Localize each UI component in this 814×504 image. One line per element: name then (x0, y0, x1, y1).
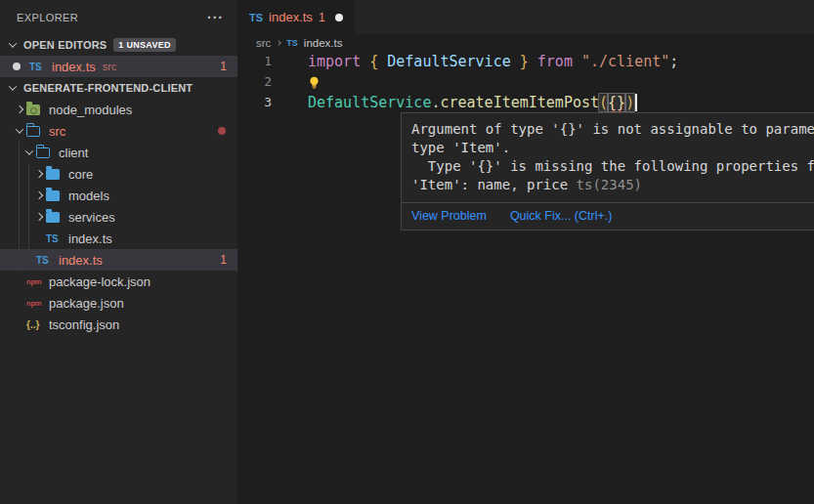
code-token: {} (607, 93, 626, 112)
code-token: from (529, 53, 581, 70)
error-message-line: type 'Item'. (411, 139, 814, 157)
node-modules-folder-icon (26, 105, 40, 115)
tree-item-label: services (68, 210, 115, 225)
open-editor-description: src (103, 61, 117, 72)
modified-dot-icon[interactable] (335, 14, 343, 21)
tree-item-src[interactable]: src (0, 120, 237, 142)
unsaved-badge: 1 UNSAVED (113, 38, 176, 52)
chevron-right-icon (34, 191, 42, 199)
chevron-down-icon (15, 125, 22, 133)
explorer-header: EXPLORER ··· (0, 0, 237, 34)
error-count-badge: 1 (220, 60, 237, 73)
tab-error-count: 1 (319, 11, 325, 24)
error-code: ts(2345) (577, 177, 642, 192)
tree-item-label: tsconfig.json (49, 317, 119, 332)
problem-dot-badge (218, 127, 226, 135)
tab-index-ts[interactable]: TS index.ts 1 (237, 0, 355, 34)
more-actions-icon[interactable]: ··· (207, 13, 224, 22)
editor-group: TS index.ts 1 src TS index.ts 1import { … (237, 0, 814, 504)
code-token: DefaultService (387, 53, 510, 70)
code-token: . (431, 94, 440, 111)
open-editors-list: TSindex.tssrc1 (0, 56, 237, 77)
error-message-line: Type '{}' is missing the following prope… (411, 157, 814, 176)
error-count-badge: 1 (220, 253, 237, 267)
line-number: 1 (237, 54, 286, 68)
code-token: ) (624, 93, 635, 112)
code-line-3[interactable]: 3DefaultService.createItemItemPost({}) (237, 92, 814, 112)
tree-item-client[interactable]: client (0, 142, 237, 163)
typescript-icon: TS (46, 233, 59, 244)
code-text: import { DefaultService } from "./client… (286, 53, 678, 70)
tree-item-models[interactable]: models (0, 185, 237, 206)
code-token: createItemItemPost (440, 94, 599, 111)
tree-item-label: node_modules (49, 103, 132, 117)
explorer-title: EXPLORER (17, 12, 78, 23)
tree-item-index-ts[interactable]: TSindex.ts (0, 228, 237, 249)
chevron-down-icon (8, 39, 16, 47)
quick-fix-ctrl-link[interactable]: Quick Fix... (Ctrl+.) (510, 209, 613, 223)
tab-bar: TS index.ts 1 (237, 0, 814, 34)
typescript-icon: TS (36, 255, 49, 266)
typescript-icon: TS (286, 38, 298, 48)
tree-item-core[interactable]: core (0, 163, 237, 185)
code-token: import (308, 53, 369, 70)
line-number: 2 (237, 74, 286, 89)
error-message-line: Argument of type '{}' is not assignable … (411, 120, 814, 139)
open-editor-filename: index.ts (52, 60, 96, 74)
breadcrumb-file[interactable]: index.ts (304, 37, 343, 49)
error-message-line: 'Item': name, price ts(2345) (411, 176, 814, 194)
code-token: } (511, 53, 529, 70)
code-text (286, 74, 321, 89)
folder-icon (46, 190, 60, 201)
tree-item-package-json[interactable]: npmpackage.json (0, 292, 237, 314)
view-problem-link[interactable]: View Problem (411, 209, 487, 223)
tree-item-label: src (49, 124, 65, 139)
code-line-2[interactable]: 2 (237, 71, 814, 92)
error-hover-widget: Argument of type '{}' is not assignable … (401, 112, 814, 231)
lightbulb-icon[interactable] (308, 76, 321, 89)
tree-item-package-lock-json[interactable]: npmpackage-lock.json (0, 271, 237, 292)
code-token: "./client" (581, 53, 669, 70)
tab-title: index.ts (269, 10, 313, 24)
tree-item-label: package-lock.json (49, 274, 150, 289)
typescript-icon: TS (249, 12, 263, 23)
tree-item-label: client (59, 146, 88, 160)
typescript-icon: TS (29, 62, 42, 72)
tree-item-node-modules[interactable]: node_modules (0, 99, 237, 120)
hover-actions: View ProblemQuick Fix... (Ctrl+.) (402, 202, 814, 230)
explorer-sidebar: EXPLORER ··· OPEN EDITORS 1 UNSAVED TSin… (0, 0, 237, 504)
code-line-1[interactable]: 1import { DefaultService } from "./clien… (237, 51, 814, 71)
tree-item-tsconfig-json[interactable]: {..}tsconfig.json (0, 314, 237, 335)
npm-icon: npm (26, 299, 41, 308)
open-editor-item-index-ts[interactable]: TSindex.tssrc1 (0, 56, 237, 77)
file-tree: node_modulessrcclientcoremodelsservicesT… (0, 99, 237, 335)
workspace-label: GENERATE-FRONTEND-CLIENT (23, 82, 193, 94)
json-icon: {..} (26, 319, 39, 330)
npm-icon: npm (26, 277, 41, 286)
chevron-down-icon (8, 82, 16, 90)
workspace-section-header[interactable]: GENERATE-FRONTEND-CLIENT (0, 77, 237, 99)
code-token: ; (669, 53, 678, 70)
tree-item-label: core (68, 167, 93, 182)
chevron-down-icon (24, 147, 32, 154)
code-text: DefaultService.createItemItemPost({}) (286, 93, 637, 112)
breadcrumb: src TS index.ts (237, 34, 814, 51)
line-number: 3 (237, 95, 286, 109)
chevron-right-icon (34, 170, 42, 178)
chevron-right-icon (15, 105, 22, 113)
tree-item-label: index.ts (68, 231, 112, 246)
code-token: DefaultService (308, 94, 431, 111)
code-token: { (369, 53, 387, 70)
open-editors-label: OPEN EDITORS (23, 39, 107, 51)
code-editor[interactable]: 1import { DefaultService } from "./clien… (237, 51, 814, 112)
chevron-right-icon (277, 40, 282, 46)
folder-icon (46, 212, 60, 223)
breadcrumb-folder[interactable]: src (256, 37, 271, 49)
open-editors-section-header[interactable]: OPEN EDITORS 1 UNSAVED (0, 34, 237, 56)
tree-item-services[interactable]: services (0, 206, 237, 228)
tree-item-index-ts[interactable]: TSindex.ts1 (0, 249, 237, 271)
tree-item-label: index.ts (59, 253, 103, 268)
modified-dot-icon (13, 63, 21, 70)
tree-item-label: models (68, 189, 109, 203)
text-cursor (635, 94, 637, 111)
